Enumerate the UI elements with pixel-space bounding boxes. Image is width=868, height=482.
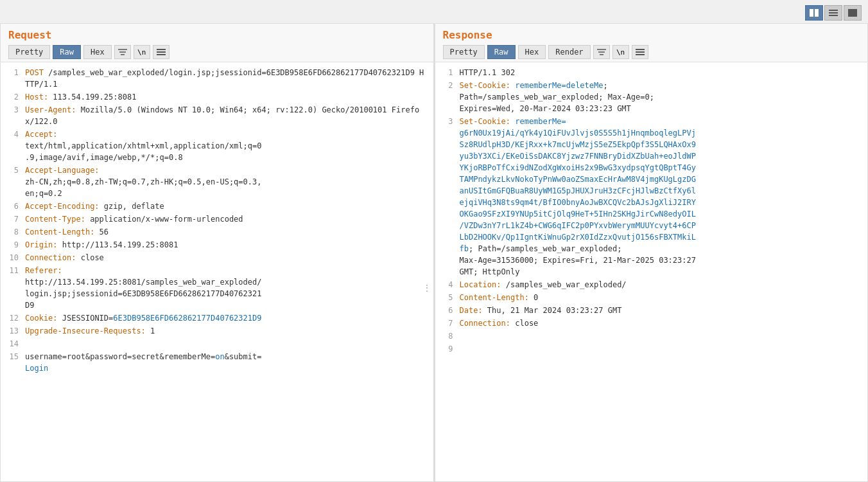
svg-rect-3 (829, 12, 838, 13)
response-tab-pretty[interactable]: Pretty (443, 45, 485, 59)
view-list-button[interactable] (824, 5, 842, 21)
request-tab-pretty[interactable]: Pretty (8, 45, 50, 59)
request-filter-icon[interactable] (114, 45, 131, 59)
response-tab-render[interactable]: Render (548, 45, 590, 59)
response-line-3: 3 Set-Cookie: rememberMe= g6rN0Ux19jAi/q… (435, 115, 868, 278)
response-title: Response (443, 29, 860, 41)
svg-rect-9 (157, 49, 166, 50)
view-toggle (805, 5, 862, 21)
svg-rect-10 (157, 51, 166, 53)
request-line-3: 3 User-Agent: Mozilla/5.0 (Windows NT 10… (1, 103, 433, 128)
response-tab-raw[interactable]: Raw (487, 45, 516, 59)
svg-rect-0 (810, 9, 813, 17)
request-panel: Request Pretty Raw Hex \n 1 POST /sample… (0, 23, 434, 482)
request-line-10: 10 Connection: close (1, 251, 433, 264)
svg-rect-16 (636, 51, 645, 53)
response-line-6: 6 Date: Thu, 21 Mar 2024 03:23:27 GMT (435, 304, 868, 317)
response-line-4: 4 Location: /samples_web_war_exploded/ (435, 278, 868, 291)
response-panel: Response Pretty Raw Hex Render \n 1 (434, 23, 869, 482)
request-line-12: 12 Cookie: JSESSIONID=6E3DB958E6FD662862… (1, 312, 433, 325)
response-line-2: 2 Set-Cookie: rememberMe=deleteMe; Path=… (435, 79, 868, 115)
svg-rect-11 (157, 54, 166, 55)
request-toolbar: Pretty Raw Hex \n (8, 45, 426, 59)
panels: Request Pretty Raw Hex \n 1 POST /sample… (0, 23, 868, 482)
request-line-9: 9 Origin: http://113.54.199.25:8081 (1, 238, 433, 251)
view-split-button[interactable] (805, 5, 823, 21)
svg-rect-1 (815, 9, 819, 17)
response-panel-header: Response Pretty Raw Hex Render \n (435, 24, 868, 62)
response-newline-icon[interactable]: \n (612, 45, 629, 59)
request-line-13: 13 Upgrade-Insecure-Requests: 1 (1, 325, 433, 337)
request-menu-icon[interactable] (153, 45, 169, 59)
request-line-5: 5 Accept-Language: zh-CN,zh;q=0.8,zh-TW;… (1, 164, 433, 200)
response-content: 1 HTTP/1.1 302 2 Set-Cookie: rememberMe=… (435, 62, 868, 481)
response-tab-hex[interactable]: Hex (518, 45, 546, 59)
view-single-button[interactable] (844, 5, 862, 21)
request-line-2: 2 Host: 113.54.199.25:8081 (1, 91, 433, 103)
svg-rect-15 (636, 49, 645, 50)
request-line-15: 15 username=root&password=secret&remembe… (1, 350, 433, 375)
response-line-5: 5 Content-Length: 0 (435, 291, 868, 304)
line-11-more-icon[interactable]: ⋮ (423, 282, 431, 294)
request-line-14: 14 (1, 337, 433, 350)
svg-rect-5 (848, 9, 857, 17)
request-tab-hex[interactable]: Hex (83, 45, 112, 59)
response-line-7: 7 Connection: close (435, 317, 868, 330)
response-toolbar: Pretty Raw Hex Render \n (443, 45, 860, 59)
request-content: 1 POST /samples_web_war_exploded/login.j… (1, 62, 433, 481)
top-bar (0, 0, 868, 23)
svg-rect-4 (829, 15, 838, 16)
svg-rect-2 (829, 10, 838, 11)
request-title: Request (8, 29, 426, 41)
request-tab-raw[interactable]: Raw (53, 45, 81, 59)
request-line-4: 4 Accept: text/html,application/xhtml+xm… (1, 128, 433, 164)
request-line-7: 7 Content-Type: application/x-www-form-u… (1, 213, 433, 226)
response-menu-icon[interactable] (632, 45, 648, 59)
request-line-1: 1 POST /samples_web_war_exploded/login.j… (1, 66, 433, 91)
response-filter-icon[interactable] (593, 45, 610, 59)
request-line-8: 8 Content-Length: 56 (1, 226, 433, 238)
svg-rect-17 (636, 54, 645, 55)
response-line-1: 1 HTTP/1.1 302 (435, 66, 868, 79)
response-line-8: 8 (435, 330, 868, 343)
request-panel-header: Request Pretty Raw Hex \n (1, 24, 433, 62)
request-line-11: 11 Referer: http://113.54.199.25:8081/sa… (1, 264, 433, 312)
request-newline-icon[interactable]: \n (134, 45, 150, 59)
request-line-6: 6 Accept-Encoding: gzip, deflate (1, 200, 433, 213)
response-line-9: 9 (435, 343, 868, 355)
